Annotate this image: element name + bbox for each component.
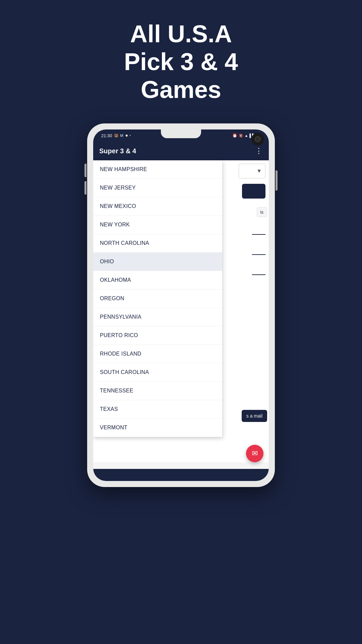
- camera-lens: [255, 136, 261, 142]
- phone-screen: 21:30 🐻 M ⏺ • ⏰ 🔇 ▲ ▌▌ 🔋 Super 3 & 4 ⋮: [93, 129, 269, 481]
- bg-details-button[interactable]: ls: [257, 207, 267, 217]
- dropdown-item[interactable]: OREGON: [93, 289, 222, 308]
- volume-up-button[interactable]: [84, 164, 86, 177]
- dropdown-item[interactable]: NORTH CAROLINA: [93, 234, 222, 253]
- dropdown-item[interactable]: NEW HAMPSHIRE: [93, 160, 222, 179]
- time-display: 21:30: [101, 133, 112, 138]
- state-dropdown-list: NEW HAMPSHIRENEW JERSEYNEW MEXICONEW YOR…: [93, 160, 222, 437]
- dropdown-item[interactable]: TENNESSEE: [93, 382, 222, 400]
- dropdown-item[interactable]: NEW JERSEY: [93, 179, 222, 197]
- bg-line-1: [252, 234, 265, 235]
- dropdown-item[interactable]: OKLAHOMA: [93, 271, 222, 289]
- dropdown-item[interactable]: PENNSYLVANIA: [93, 308, 222, 326]
- dropdown-arrow-icon: ▼: [256, 168, 262, 174]
- phone-frame: 21:30 🐻 M ⏺ • ⏰ 🔇 ▲ ▌▌ 🔋 Super 3 & 4 ⋮: [87, 123, 275, 487]
- app-title: All U.S.A Pick 3 & 4 Games: [104, 20, 258, 103]
- overflow-menu-button[interactable]: ⋮: [255, 147, 263, 155]
- power-button[interactable]: [276, 170, 278, 191]
- dropdown-container: ▼ ls s a mail NEW HAMPSHIRENEW JERSEYNEW: [93, 160, 269, 469]
- dot-icon: •: [130, 134, 131, 137]
- dropdown-item[interactable]: TEXAS: [93, 400, 222, 419]
- bg-state-selector[interactable]: ▼: [239, 164, 265, 178]
- record-icon: ⏺: [125, 134, 128, 137]
- fab-mail-icon: ✉: [252, 449, 258, 458]
- dropdown-item[interactable]: PUERTO RICO: [93, 326, 222, 345]
- bear-icon: 🐻: [114, 133, 119, 138]
- title-line3: Games: [141, 76, 221, 103]
- bottom-bar: [93, 469, 269, 481]
- mail-btn-label: s a mail: [246, 413, 262, 419]
- phone-mockup: 21:30 🐻 M ⏺ • ⏰ 🔇 ▲ ▌▌ 🔋 Super 3 & 4 ⋮: [87, 123, 275, 487]
- bg-line-3: [252, 274, 265, 275]
- fab-button[interactable]: ✉: [246, 445, 263, 462]
- volume-down-button[interactable]: [84, 181, 86, 195]
- title-line2: Pick 3 & 4: [124, 48, 238, 75]
- app-header-title: Super 3 & 4: [99, 147, 136, 155]
- status-bar: 21:30 🐻 M ⏺ • ⏰ 🔇 ▲ ▌▌ 🔋: [93, 129, 269, 142]
- app-header: Super 3 & 4 ⋮: [93, 142, 269, 160]
- notch: [161, 129, 201, 138]
- dropdown-item[interactable]: OHIO: [93, 253, 222, 271]
- mail-status-icon: M: [120, 133, 123, 138]
- dropdown-item[interactable]: VERMONT: [93, 419, 222, 437]
- dropdown-item[interactable]: SOUTH CAROLINA: [93, 363, 222, 382]
- status-left: 21:30 🐻 M ⏺ •: [101, 133, 131, 138]
- dropdown-item[interactable]: NEW YORK: [93, 216, 222, 234]
- details-label: ls: [260, 210, 263, 215]
- dropdown-item[interactable]: NEW MEXICO: [93, 197, 222, 216]
- bg-line-2: [252, 254, 265, 255]
- alarm-icon: ⏰: [232, 133, 237, 138]
- dropdown-item[interactable]: RHODE ISLAND: [93, 345, 222, 363]
- title-line1: All U.S.A: [130, 20, 232, 47]
- wifi-icon: ▲: [245, 133, 248, 138]
- bg-mail-button[interactable]: s a mail: [242, 410, 267, 422]
- bg-dark-button[interactable]: [242, 184, 265, 199]
- mute-icon: 🔇: [239, 133, 243, 138]
